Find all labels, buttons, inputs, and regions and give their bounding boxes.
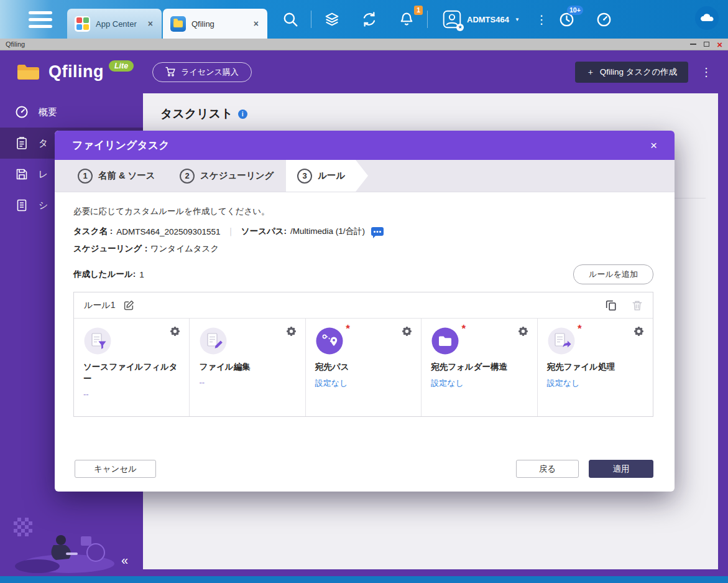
folder-structure-icon: * — [431, 327, 459, 355]
required-mark: * — [462, 323, 466, 335]
gear-icon[interactable] — [170, 327, 180, 338]
page-title-row: タスクリスト i — [143, 93, 718, 122]
cancel-button[interactable]: キャンセル — [75, 460, 156, 478]
illustration — [11, 520, 123, 574]
file-process-icon: * — [547, 327, 576, 355]
rule-settings-row: ソースファイルフィルター -- ファイル編集 -- — [74, 319, 653, 416]
app-brand: Qfiling — [48, 62, 104, 82]
more-options-icon[interactable]: ⋮ — [536, 12, 548, 27]
qfiling-logo-icon — [16, 63, 41, 82]
sync-icon[interactable] — [359, 9, 380, 30]
app-center-icon — [75, 16, 90, 32]
step-rules-active[interactable]: 3 ルール — [286, 160, 368, 192]
floppy-icon — [15, 167, 29, 181]
dialog-close-icon[interactable]: × — [650, 139, 657, 151]
cell-label: ファイル編集 — [199, 361, 295, 373]
document-list-icon — [15, 198, 29, 212]
plus-icon: ＋ — [586, 67, 595, 78]
delete-rule-icon[interactable] — [632, 300, 643, 311]
rule-name: ルール1 — [84, 300, 115, 311]
minimize-icon[interactable] — [690, 44, 696, 45]
close-tab-icon[interactable]: × — [252, 19, 260, 29]
step-label: ルール — [318, 170, 345, 182]
gear-icon[interactable] — [518, 327, 528, 338]
window-close-icon[interactable]: × — [717, 40, 722, 49]
gear-icon[interactable] — [634, 327, 643, 338]
add-rule-button[interactable]: ルールを追加 — [573, 264, 653, 284]
gear-icon[interactable] — [287, 327, 296, 338]
step-scheduling[interactable]: 2 スケジューリング — [180, 160, 274, 192]
buy-license-label: ライセンス購入 — [181, 67, 239, 78]
clipboard-icon — [15, 136, 29, 150]
cell-label: 宛先ファイル処理 — [547, 361, 643, 373]
tab-label: App Center — [96, 19, 137, 29]
rules-created-label: 作成したルール: — [73, 269, 136, 280]
duplicate-rule-icon[interactable] — [606, 300, 617, 311]
source-path-value: /Multimedia (1/合計) — [290, 226, 365, 237]
main-menu-icon[interactable] — [29, 11, 52, 28]
cell-value-link[interactable]: 設定なし — [431, 378, 527, 389]
cell-source-file-filter: ソースファイルフィルター -- — [74, 319, 190, 416]
lite-badge: Lite — [109, 60, 134, 72]
app-menu-icon[interactable]: ⋮ — [701, 65, 712, 79]
cell-destination-folder-structure: * 宛先フォルダー構造 設定なし — [422, 319, 537, 416]
tab-label: Qfiling — [191, 19, 214, 29]
sidebar-item-overview[interactable]: 概要 — [0, 96, 143, 128]
maximize-icon[interactable] — [704, 42, 709, 47]
comment-icon[interactable] — [371, 227, 384, 236]
cell-label: 宛先フォルダー構造 — [431, 361, 527, 373]
separator: ｜ — [221, 226, 241, 237]
tab-qfiling[interactable]: Qfiling × — [163, 9, 267, 39]
required-mark: * — [346, 323, 350, 335]
sidebar-item-label: レ — [39, 169, 48, 180]
back-button[interactable]: 戻る — [516, 460, 579, 478]
step-label: スケジューリング — [200, 170, 274, 182]
source-path-label: ソースパス: — [241, 226, 287, 237]
scheduling-label: スケジューリング： — [73, 244, 150, 253]
qfiling-app-icon — [170, 16, 186, 32]
scheduling-value: ワンタイムタスク — [150, 244, 219, 253]
info-icon[interactable]: i — [238, 110, 247, 119]
app-header: Qfiling Lite ライセンス購入 ＋ Qfiling タスクの作成 ⋮ — [0, 50, 728, 93]
step-number: 2 — [180, 169, 195, 184]
create-task-button[interactable]: ＋ Qfiling タスクの作成 — [575, 62, 688, 83]
tab-app-center[interactable]: App Center × — [67, 9, 162, 39]
window-titlebar[interactable]: Qfiling × — [0, 39, 728, 50]
search-icon[interactable] — [280, 9, 301, 30]
step-number: 1 — [78, 169, 93, 184]
buy-license-button[interactable]: ライセンス購入 — [152, 62, 252, 82]
cell-value-link[interactable]: 設定なし — [547, 378, 643, 389]
notification-badge: 1 — [414, 6, 423, 15]
cell-value-link[interactable]: 設定なし — [315, 378, 412, 389]
cell-destination-path: * 宛先パス 設定なし — [306, 319, 422, 416]
rename-rule-icon[interactable] — [124, 300, 134, 310]
step-number: 3 — [297, 169, 312, 184]
close-tab-icon[interactable]: × — [147, 19, 154, 29]
background-tasks-icon[interactable] — [321, 9, 343, 30]
dialog-header: ファイリングタスク × — [55, 131, 675, 160]
collapse-sidebar-icon[interactable]: « — [121, 553, 128, 567]
gauge-icon — [15, 105, 29, 119]
create-task-label: Qfiling タスクの作成 — [600, 67, 677, 78]
app-tabs: App Center × Qfiling × — [67, 9, 267, 39]
cart-icon — [165, 67, 176, 77]
gear-icon[interactable] — [402, 327, 412, 338]
filing-task-dialog: ファイリングタスク × 1 名前 & ソース 2 スケジューリング 3 ルール … — [55, 131, 675, 492]
notifications-bell-icon[interactable]: 1 — [396, 9, 417, 30]
desktop: App Center × Qfiling × 1 ★ ADMTS464 ▼ — [0, 0, 728, 583]
clock-badge: 10+ — [567, 6, 583, 15]
cell-file-edit: ファイル編集 -- — [190, 319, 305, 416]
page-title: タスクリスト — [160, 106, 233, 122]
myqnapcloud-icon[interactable] — [694, 6, 719, 33]
resource-monitor-icon[interactable] — [594, 9, 615, 30]
cell-label: ソースファイルフィルター — [83, 361, 180, 385]
recent-tasks-clock-icon[interactable]: 10+ — [556, 9, 578, 30]
rules-count-row: 作成したルール: 1 ルールを追加 — [73, 264, 653, 284]
task-name-value: ADMTS464_202509301551 — [116, 227, 220, 236]
file-edit-icon — [199, 327, 228, 355]
apply-button[interactable]: 適用 — [589, 460, 653, 478]
divider — [311, 11, 311, 28]
step-name-source[interactable]: 1 名前 & ソース — [78, 160, 155, 192]
user-menu[interactable]: ★ ADMTS464 ▼ — [443, 10, 520, 29]
dialog-body: 必要に応じてカスタムルールを作成してください。 タスク名 : ADMTS464_… — [55, 192, 675, 417]
